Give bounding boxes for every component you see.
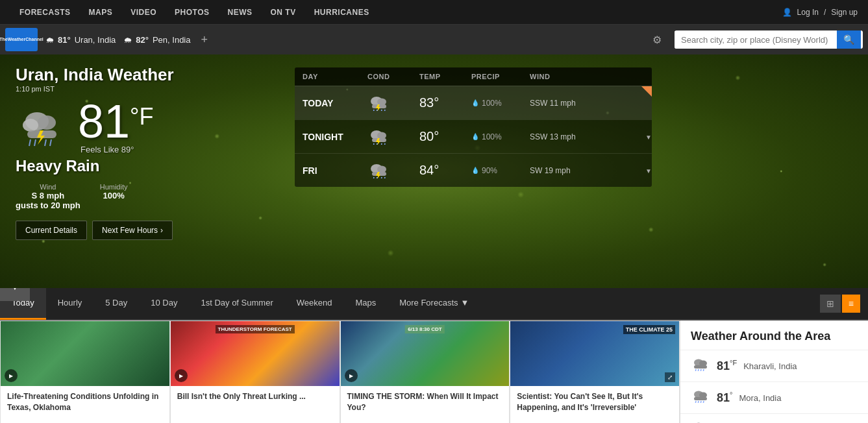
svg-line-30 — [377, 177, 377, 178]
storm-date-label: 6/13 8:30 CDT — [405, 325, 444, 333]
rain-icon-1: 🌧 — [45, 35, 54, 45]
add-location-button[interactable]: + — [198, 33, 210, 47]
col-precip: PRECIP — [471, 73, 530, 80]
precip-fri: 💧 90% — [471, 166, 530, 175]
nav-forecasts[interactable]: FORECASTS — [10, 0, 80, 25]
news-card-3[interactable]: ▶ 6/13 8:30 CDT TIMING THE STORM: When W… — [340, 320, 510, 423]
cond-icon-fri — [367, 160, 419, 180]
location-chip-2[interactable]: 🌧 82° Pen, India — [123, 35, 190, 45]
svg-point-26 — [377, 166, 386, 173]
precip-icon-fri: 💧 — [471, 167, 479, 174]
svg-point-2 — [23, 119, 38, 132]
search-input[interactable] — [675, 31, 837, 49]
climate-badge: THE CLIMATE 25 — [623, 325, 675, 334]
svg-line-45 — [701, 401, 701, 403]
nav-video[interactable]: VIDEO — [121, 0, 166, 25]
col-cond: COND — [367, 73, 419, 80]
chevron-down-icon: ▼ — [461, 298, 469, 308]
svg-line-21 — [373, 143, 374, 145]
cond-icon-tonight — [367, 127, 419, 147]
forecast-row-fri[interactable]: ▼ FRI 84° — [295, 153, 652, 187]
twc-logo[interactable]: The Weather Channel — [5, 28, 38, 51]
news-card-4[interactable]: THE CLIMATE 25 ⤢ Scientist: You Can't Se… — [510, 320, 680, 423]
settings-icon[interactable]: ⚙ — [647, 34, 667, 46]
tab-summer[interactable]: 1st Day of Summer — [189, 287, 284, 320]
nearby-item-1[interactable]: 81°F Kharavli, India — [680, 350, 868, 382]
next-hours-label: Next Few Hours — [102, 226, 158, 235]
nearby-item-2[interactable]: 81° Mora, India — [680, 382, 868, 414]
svg-line-8 — [50, 139, 51, 146]
nav-maps[interactable]: MAPS — [80, 0, 122, 25]
news-card-2[interactable]: ▶ THUNDERSTORM FORECAST Bill Isn't the O… — [170, 320, 340, 423]
login-link[interactable]: Log In — [797, 8, 819, 17]
next-few-hours-button[interactable]: Next Few Hours › — [92, 221, 173, 240]
svg-line-38 — [701, 369, 701, 371]
wind-today: SSW 11 mph — [530, 99, 634, 108]
corner-arrow — [641, 86, 652, 97]
temp-number-area: 81 °F Feels Like 89° — [78, 98, 153, 154]
nav-ontv[interactable]: ON TV — [262, 0, 305, 25]
current-details-button[interactable]: Current Details — [16, 221, 87, 240]
signup-link[interactable]: Sign up — [831, 8, 858, 17]
weather-right: DAY COND TEMP PRECIP WIND TODAY — [295, 65, 852, 240]
precip-today: 💧 100% — [471, 99, 530, 108]
svg-line-16 — [384, 110, 385, 111]
nav-news[interactable]: NEWS — [219, 0, 262, 25]
day-tonight: TONIGHT — [303, 132, 367, 142]
svg-line-43 — [695, 401, 696, 403]
wind-fri: SW 19 mph — [530, 166, 634, 175]
humidity-item: Humidity 100% — [100, 183, 128, 210]
tab-weekend[interactable]: Weekend — [285, 287, 344, 320]
day-today: TODAY — [303, 98, 367, 108]
location-chip-1[interactable]: 🌧 81° Uran, India — [45, 35, 116, 45]
temp-today: 83° — [419, 95, 471, 110]
weather-icon-large — [16, 101, 68, 152]
forecast-row-tonight[interactable]: ▼ TONIGHT 80 — [295, 119, 652, 153]
rain-cloud-icon-1 — [691, 357, 710, 375]
user-icon: 👤 — [782, 8, 792, 17]
nav-items: FORECASTS MAPS VIDEO PHOTOS NEWS ON TV H… — [10, 0, 378, 25]
play-icon-3: ▶ — [345, 369, 358, 382]
search-bar: 🔍 — [675, 30, 863, 49]
sidebar: Weather Around the Area 81°F Kharavli, I… — [680, 320, 868, 423]
news-thumb-2: ▶ THUNDERSTORM FORECAST — [171, 321, 340, 386]
col-temp: TEMP — [419, 73, 471, 80]
play-icon-2: ▶ — [175, 369, 188, 382]
grid-view-button[interactable]: ⊞ — [820, 295, 841, 313]
nearby-temp-2: 81° — [717, 391, 732, 405]
svg-line-24 — [384, 143, 385, 145]
precip-icon-today: 💧 — [471, 99, 479, 106]
tab-more-forecasts[interactable]: More Forecasts ▼ — [388, 287, 480, 320]
forecast-row-today[interactable]: TODAY 83° — [295, 86, 652, 119]
col-wind: WIND — [530, 73, 634, 80]
wind-gusts: gusts to 20 mph — [16, 200, 81, 210]
content-area: ▶ Life-Threatening Conditions Unfolding … — [0, 320, 868, 423]
temp-1: 81° — [58, 35, 71, 45]
condition-text: Heavy Rain — [16, 157, 275, 175]
wind-humidity: Wind S 8 mph gusts to 20 mph Humidity 10… — [16, 183, 275, 210]
wind-tonight: SSW 13 mph — [530, 132, 634, 141]
news-title-1: Life-Threatening Conditions Unfolding in… — [7, 391, 163, 413]
city-1: Uran, India — [75, 35, 116, 45]
tab-10day[interactable]: 10 Day — [139, 287, 189, 320]
news-thumb-4: THE CLIMATE 25 ⤢ — [510, 321, 679, 386]
svg-line-6 — [34, 139, 36, 146]
tab-maps[interactable]: Maps — [343, 287, 388, 320]
search-button[interactable]: 🔍 — [837, 30, 861, 49]
wind-value: S 8 mph — [16, 191, 81, 200]
temp-tonight: 80° — [419, 129, 471, 144]
tab-hourly[interactable]: Hourly — [46, 287, 94, 320]
wind-label: Wind — [16, 183, 81, 191]
thunderstorm-label: THUNDERSTORM FORECAST — [216, 325, 295, 333]
news-card-1[interactable]: ▶ Life-Threatening Conditions Unfolding … — [0, 320, 170, 423]
tab-5day[interactable]: 5 Day — [93, 287, 139, 320]
nearby-item-3[interactable]: 81° Kharkhand, India — [680, 414, 868, 423]
nav-hurricanes[interactable]: HURRICANES — [305, 0, 378, 25]
view-toggle: ⊞ ≡ — [820, 295, 868, 313]
nav-photos[interactable]: PHOTOS — [166, 0, 218, 25]
action-buttons: Current Details Next Few Hours › — [16, 221, 275, 240]
temp-display: 81 °F Feels Like 89° — [16, 98, 275, 154]
auth-area: 👤 Log In / Sign up — [782, 8, 858, 17]
list-view-button[interactable]: ≡ — [842, 295, 860, 313]
svg-point-18 — [377, 132, 386, 139]
